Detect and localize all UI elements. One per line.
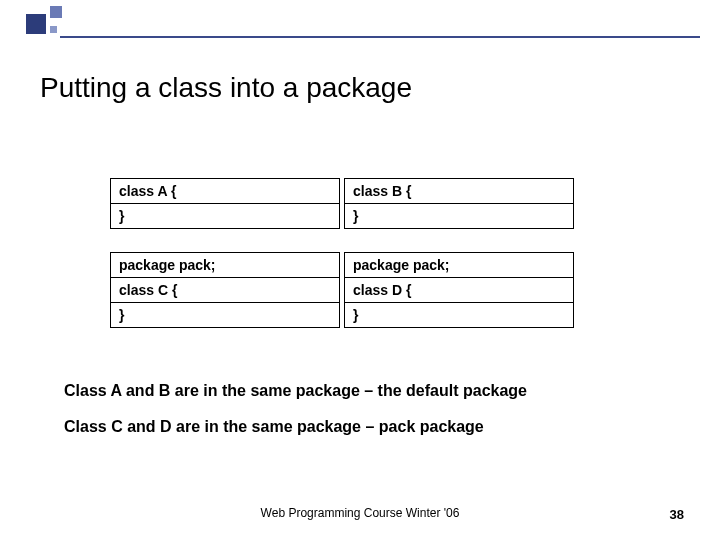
page-number: 38	[670, 507, 684, 522]
slide-notes: Class A and B are in the same package – …	[64, 382, 527, 436]
code-line: package pack;	[111, 253, 339, 278]
code-box-class-d: package pack; class D { }	[344, 252, 574, 328]
code-line: }	[345, 303, 573, 327]
code-box-class-a: class A { }	[110, 178, 340, 229]
code-line: }	[111, 204, 339, 228]
code-line: package pack;	[345, 253, 573, 278]
code-line: }	[345, 204, 573, 228]
code-line: }	[111, 303, 339, 327]
code-line: class C {	[111, 278, 339, 303]
code-line: class A {	[111, 179, 339, 204]
code-box-class-b: class B { }	[344, 178, 574, 229]
slide-corner-decoration	[0, 0, 160, 48]
code-box-class-c: package pack; class C { }	[110, 252, 340, 328]
code-line: class D {	[345, 278, 573, 303]
code-line: class B {	[345, 179, 573, 204]
slide-footer: Web Programming Course Winter '06	[0, 506, 720, 520]
code-row-bottom: package pack; class C { } package pack; …	[110, 252, 580, 328]
slide-title: Putting a class into a package	[40, 72, 412, 104]
note-line-1: Class A and B are in the same package – …	[64, 382, 527, 400]
note-line-2: Class C and D are in the same package – …	[64, 418, 527, 436]
code-row-top: class A { } class B { }	[110, 178, 580, 229]
